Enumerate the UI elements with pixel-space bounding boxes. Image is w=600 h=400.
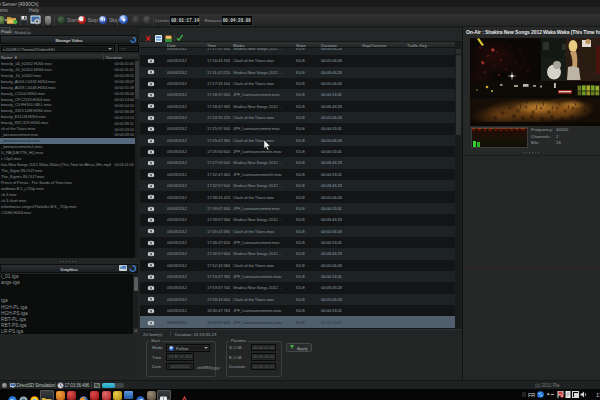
svg-text:e: e — [10, 397, 14, 400]
